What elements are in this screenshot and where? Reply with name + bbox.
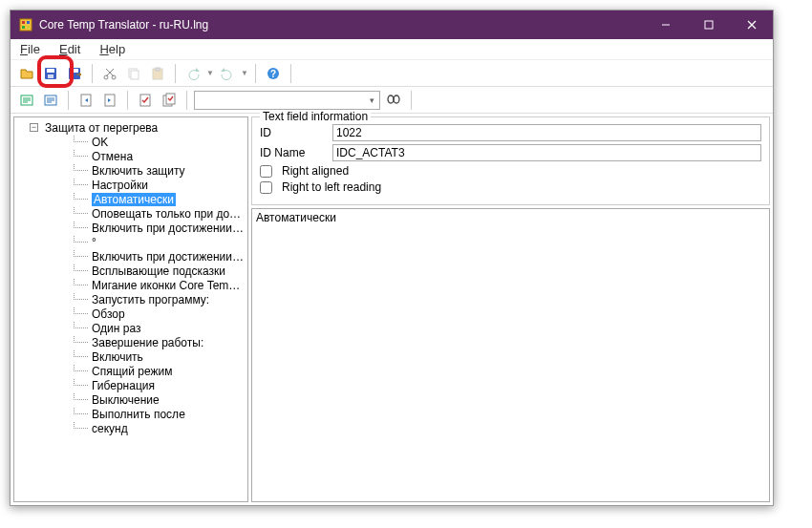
tree-leaf-label: Настройки [92,179,148,192]
tree-leaf[interactable]: Мигание иконки Core Temp на па [72,279,247,293]
tree-leaf-label: Отмена [92,150,133,163]
right-aligned-checkbox[interactable] [260,165,272,178]
save-button[interactable] [40,63,61,84]
save-as-button[interactable] [64,63,85,84]
rtl-label: Right to left reading [282,180,381,194]
tree-leaf-label: Включить при достижении Tj.Max [92,250,247,264]
svg-point-29 [388,95,394,103]
tree-leaf[interactable]: Включить при достижении задан [72,222,247,236]
svg-rect-1 [22,21,25,24]
svg-rect-6 [705,21,713,29]
tree-leaf[interactable]: Выполнить после [72,408,247,422]
tree-leaf[interactable]: Обзор [72,307,247,322]
next-untranslated-button[interactable] [40,90,61,111]
tree-leaf[interactable]: Спящий режим [72,365,247,379]
tree-leaf[interactable]: Завершение работы: [72,336,247,350]
id-input[interactable] [332,124,761,141]
help-button[interactable]: ? [263,63,284,84]
app-icon [18,17,33,32]
window-title: Core Temp Translator - ru-RU.lng [39,18,644,32]
copy-button[interactable] [123,63,144,84]
toolbar-separator [255,64,256,83]
prev-untranslated-button[interactable] [16,90,37,111]
tree-leaf[interactable]: Всплывающие подсказки [72,264,247,279]
svg-text:?: ? [270,69,276,79]
right-aligned-label: Right aligned [282,164,349,178]
tree-leaf[interactable]: Выключение [72,393,247,408]
undo-button[interactable] [182,63,203,84]
close-button[interactable] [730,11,773,39]
toolbar-secondary: ▾ [11,87,773,114]
tree-leaf-label: Завершение работы: [92,336,203,349]
menu-file[interactable]: File [16,41,44,57]
window-controls [644,11,773,39]
tree-leaf[interactable]: Один раз [72,322,247,336]
paste-button[interactable] [147,63,168,84]
field-info-title: Text field information [260,110,371,123]
tree-leaf-label: Автоматически [92,193,176,206]
validate-all-button[interactable] [159,90,180,111]
find-button[interactable] [383,90,404,111]
translation-editor-wrap [251,208,770,502]
redo-button[interactable] [217,63,238,84]
cut-button[interactable] [99,63,120,84]
tree-leaf[interactable]: Оповещать только при достижен [72,207,247,222]
tree-leaf[interactable]: ° [72,236,247,250]
toolbar-separator [68,91,69,110]
nav-next-button[interactable] [99,90,120,111]
nav-prev-button[interactable] [75,90,96,111]
tree-leaf[interactable]: Включить при достижении Tj.Max [72,250,247,264]
tree-leaf-label: Включить при достижении задан [92,222,247,235]
tree-leaf-label: Гибернация [92,379,155,392]
svg-rect-19 [156,68,160,71]
maximize-button[interactable] [687,11,730,39]
tree-leaf[interactable]: Включить защиту [72,164,247,179]
svg-rect-4 [27,26,30,29]
tree-leaf[interactable]: Настройки [72,179,247,193]
tree-leaf-label: Обзор [92,307,125,321]
tree-leaf-label: Включить защиту [92,164,185,178]
svg-rect-10 [47,69,54,73]
tree-root-node[interactable]: − Защита от перегрева OKОтменаВключить з… [14,119,247,436]
tree-leaf-label: Оповещать только при достижен [92,207,247,221]
menubar: File Edit Help [11,39,773,60]
tree-leaf-label: Запустить программу: [92,293,209,306]
search-combo[interactable] [194,91,380,110]
tree-leaf-label: OK [92,136,108,149]
titlebar: Core Temp Translator - ru-RU.lng [11,11,773,39]
rtl-checkbox[interactable] [260,181,272,194]
toolbar-separator [127,91,128,110]
tree-leaf[interactable]: Автоматически [72,193,247,207]
tree-leaf-label: Мигание иконки Core Temp на па [92,279,247,292]
tree-children: OKОтменаВключить защитуНастройкиАвтомати… [30,136,247,436]
combo-dropdown-icon[interactable]: ▾ [370,95,374,105]
translation-editor[interactable] [252,209,769,501]
validate-button[interactable] [135,90,156,111]
idname-label: ID Name [260,146,327,159]
svg-rect-2 [27,21,30,24]
open-button[interactable] [16,63,37,84]
minimize-button[interactable] [644,11,687,39]
toolbar-separator [92,64,93,83]
svg-rect-17 [131,71,139,79]
tree-view[interactable]: − Защита от перегрева OKОтменаВключить з… [13,116,248,502]
tree-leaf-label: Всплывающие подсказки [92,264,225,278]
svg-rect-11 [48,74,53,78]
tree-leaf-label: Включить [92,350,143,364]
undo-dropdown-icon[interactable]: ▼ [206,69,214,77]
menu-edit[interactable]: Edit [55,41,84,57]
idname-input[interactable] [332,144,761,161]
svg-point-30 [394,95,399,103]
redo-dropdown-icon[interactable]: ▼ [241,69,248,77]
tree-leaf[interactable]: Гибернация [72,379,247,393]
tree-leaf-label: Выполнить после [92,408,185,421]
tree-leaf-label: Один раз [92,322,140,335]
tree-leaf[interactable]: OK [72,136,247,150]
tree-leaf[interactable]: Отмена [72,150,247,164]
collapse-icon[interactable]: − [30,123,38,132]
tree-leaf[interactable]: Запустить программу: [72,293,247,307]
tree-root-label[interactable]: Защита от перегрева [45,121,158,135]
menu-help[interactable]: Help [96,41,129,57]
tree-leaf[interactable]: Включить [72,350,247,365]
tree-leaf[interactable]: секунд [72,422,247,436]
